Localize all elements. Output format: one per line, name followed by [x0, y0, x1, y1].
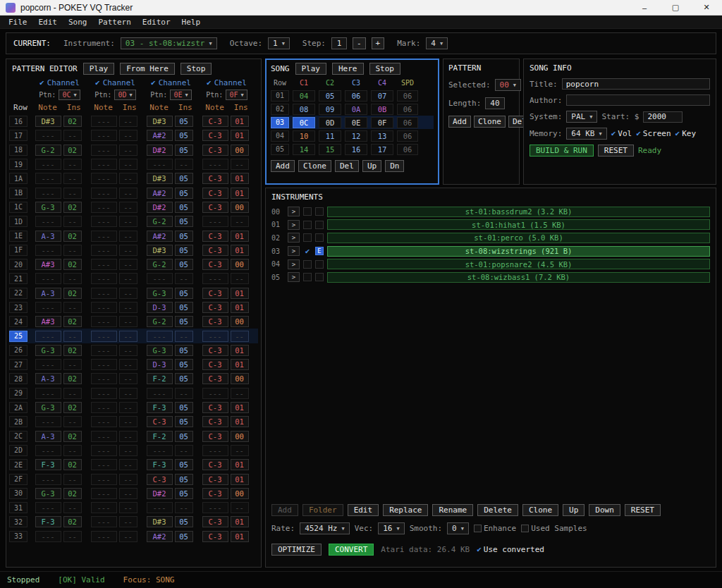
instruments-add-button[interactable]: Add — [271, 504, 298, 516]
instrument-row[interactable]: 01>st-01:hihat1 (1.5 KB) — [271, 219, 710, 232]
ins-cell[interactable]: -- — [119, 331, 137, 342]
note-cell[interactable]: --- — [35, 531, 61, 542]
channel-2-pattern-select[interactable]: 0D▼ — [114, 90, 135, 100]
close-button[interactable]: ✕ — [691, 0, 722, 15]
pattern-row[interactable]: 24A#302-----G-205C-300 — [9, 314, 258, 329]
ins-cell[interactable]: -- — [119, 173, 137, 184]
note-cell[interactable]: A-3 — [35, 288, 61, 299]
pattern-row[interactable]: 23----------D-305C-301 — [9, 300, 258, 314]
ins-cell[interactable]: -- — [231, 216, 249, 227]
note-cell[interactable]: --- — [91, 130, 117, 141]
song-add-button[interactable]: Add — [271, 160, 295, 172]
ins-cell[interactable]: -- — [119, 245, 137, 256]
instrument-play-button[interactable]: > — [288, 246, 300, 256]
song-pattern-cell[interactable]: 0C — [293, 117, 315, 128]
ins-cell[interactable]: 05 — [175, 516, 193, 527]
ins-cell[interactable]: -- — [119, 259, 137, 270]
note-cell[interactable]: --- — [91, 445, 117, 456]
note-cell[interactable]: C-3 — [202, 188, 228, 199]
instruments-replace-button[interactable]: Replace — [383, 504, 428, 516]
ins-cell[interactable]: 01 — [231, 116, 249, 127]
note-cell[interactable]: --- — [91, 474, 117, 485]
ins-cell[interactable]: -- — [119, 474, 137, 485]
ins-cell[interactable]: -- — [63, 245, 82, 256]
key-checkbox[interactable]: ✔Key — [675, 129, 697, 138]
song-here-button[interactable]: Here — [332, 63, 364, 75]
pattern-add-button[interactable]: Add — [448, 116, 471, 128]
row-number[interactable]: 1E — [9, 231, 27, 242]
ins-cell[interactable]: 05 — [175, 245, 193, 256]
instrument-name-bar[interactable]: st-01:popsnare2 (4.5 KB) — [327, 259, 710, 269]
song-pattern-cell[interactable]: 11 — [319, 130, 341, 142]
ins-cell[interactable]: 05 — [175, 188, 193, 199]
song-pattern-cell[interactable]: 0B — [371, 104, 393, 115]
pattern-clone-button[interactable]: Clone — [474, 116, 506, 128]
menu-item-help[interactable]: Help — [176, 18, 207, 27]
ins-cell[interactable]: 02 — [63, 231, 82, 242]
reset-button[interactable]: RESET — [598, 145, 634, 157]
song-pattern-cell[interactable]: 16 — [345, 144, 367, 155]
note-cell[interactable]: --- — [202, 331, 228, 342]
maximize-button[interactable]: ▢ — [660, 0, 691, 15]
pattern-row[interactable]: 1CG-302-----D#205C-300 — [9, 200, 258, 214]
note-cell[interactable]: F-3 — [35, 516, 61, 527]
note-cell[interactable]: C-3 — [202, 431, 228, 442]
note-cell[interactable]: --- — [35, 216, 61, 227]
title-input[interactable]: popcorn — [562, 78, 710, 90]
row-number[interactable]: 27 — [9, 359, 27, 370]
instrument-name-bar[interactable]: st-08:wizstrings (921 B) — [327, 246, 710, 257]
ins-cell[interactable]: 05 — [175, 259, 193, 270]
note-cell[interactable]: --- — [91, 173, 117, 184]
instrument-checkbox[interactable] — [303, 233, 312, 242]
ins-cell[interactable]: -- — [63, 331, 82, 342]
channel-4-enable-checkbox[interactable]: ✔ — [207, 79, 212, 87]
ins-cell[interactable]: 01 — [231, 359, 249, 370]
note-cell[interactable]: G-2 — [147, 259, 173, 270]
ins-cell[interactable]: -- — [119, 416, 137, 427]
ins-cell[interactable]: -- — [119, 531, 137, 542]
note-cell[interactable]: C-3 — [202, 145, 228, 156]
ins-cell[interactable]: 00 — [231, 202, 249, 213]
song-row-number[interactable]: 01 — [271, 90, 289, 102]
ins-cell[interactable]: -- — [119, 216, 137, 227]
note-cell[interactable]: G-3 — [35, 402, 61, 413]
channel-2-enable-checkbox[interactable]: ✔ — [95, 79, 100, 87]
note-cell[interactable]: --- — [91, 202, 117, 213]
song-pattern-cell[interactable]: 09 — [319, 104, 341, 115]
note-cell[interactable]: C-3 — [147, 416, 173, 427]
note-cell[interactable]: --- — [35, 388, 61, 399]
ins-cell[interactable]: -- — [63, 474, 82, 485]
vol-checkbox[interactable]: ✔Vol — [611, 129, 632, 138]
note-cell[interactable]: --- — [91, 359, 117, 370]
note-cell[interactable]: A-3 — [35, 431, 61, 442]
note-cell[interactable]: --- — [91, 273, 117, 284]
pattern-from-here-button[interactable]: From Here — [120, 63, 175, 75]
pattern-row[interactable]: 2AG-302-----F-305C-301 — [9, 400, 258, 415]
note-cell[interactable]: F-3 — [147, 459, 173, 470]
note-cell[interactable]: G-3 — [147, 288, 173, 299]
ins-cell[interactable]: -- — [119, 359, 137, 370]
row-number[interactable]: 2C — [9, 431, 27, 442]
row-number[interactable]: 1D — [9, 216, 27, 227]
note-cell[interactable]: --- — [147, 159, 173, 170]
instrument-checkbox[interactable] — [303, 221, 312, 229]
note-cell[interactable]: C-3 — [202, 345, 228, 356]
ins-cell[interactable]: -- — [175, 388, 193, 399]
song-pattern-cell[interactable]: 0F — [371, 117, 393, 128]
note-cell[interactable]: --- — [91, 416, 117, 427]
instruments-edit-button[interactable]: Edit — [348, 504, 379, 516]
note-cell[interactable]: --- — [91, 259, 117, 270]
note-cell[interactable]: --- — [91, 502, 117, 513]
ins-cell[interactable]: 01 — [231, 531, 249, 542]
ins-cell[interactable]: 05 — [175, 474, 193, 485]
song-pattern-cell[interactable]: 0E — [345, 117, 367, 128]
note-cell[interactable]: --- — [91, 431, 117, 442]
start-address-input[interactable]: 2000 — [643, 111, 683, 123]
row-number[interactable]: 16 — [9, 116, 27, 127]
ins-cell[interactable]: 00 — [231, 145, 249, 156]
note-cell[interactable]: C-3 — [202, 302, 228, 313]
ins-cell[interactable]: -- — [63, 159, 82, 170]
row-number[interactable]: 1F — [9, 245, 27, 256]
ins-cell[interactable]: 05 — [175, 216, 193, 227]
ins-cell[interactable]: 01 — [231, 474, 249, 485]
